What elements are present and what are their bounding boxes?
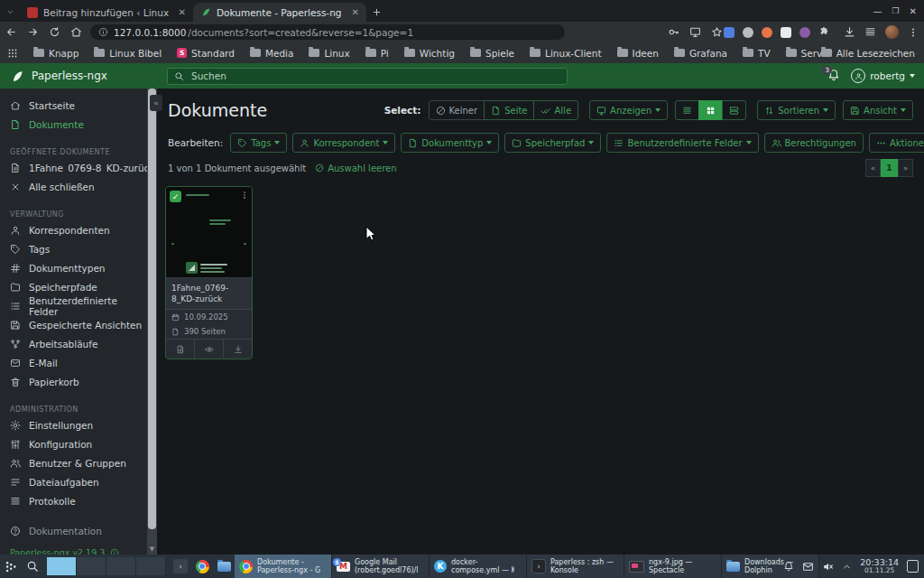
bookmark-folder[interactable]: Spiele <box>470 48 514 59</box>
bookmark-folder[interactable]: Linux <box>309 48 349 59</box>
password-key-icon[interactable] <box>668 26 679 38</box>
custom-fields-dropdown[interactable]: Benutzerdefinierte Felder <box>606 133 758 153</box>
home-icon[interactable] <box>65 23 87 42</box>
correspondent-dropdown[interactable]: Korrespondent <box>292 133 395 153</box>
tab-close-icon[interactable]: ✕ <box>352 7 359 17</box>
notifications-button[interactable]: 3 <box>827 69 840 83</box>
extension-icon-grey[interactable] <box>743 27 753 38</box>
bookmark-folder[interactable]: Linux Bibel <box>94 48 162 59</box>
browser-tab-paperless[interactable]: Dokumente - Paperless-ng ✕ <box>193 3 366 22</box>
close-icon[interactable]: ✕ <box>910 6 917 16</box>
sidebar-item-email[interactable]: E-Mail <box>0 353 147 372</box>
bookmark-folder[interactable]: Wichtig <box>404 48 455 59</box>
card-details-button[interactable] <box>166 340 194 359</box>
tab-search-icon[interactable] <box>0 2 20 22</box>
desktop-4[interactable] <box>136 557 166 575</box>
task-spectacle[interactable]: ngx-9.jpg —Spectacle <box>624 555 722 578</box>
browser-profile-avatar[interactable] <box>885 25 899 39</box>
desktop-3[interactable] <box>106 557 136 575</box>
browser-tab-wordpress[interactable]: Beitrag hinzufügen ‹ Linux ✕ <box>20 3 193 22</box>
scrollbar-down-arrow[interactable]: ▼ <box>147 545 157 553</box>
bookmark-folder[interactable]: Ideen <box>617 48 659 59</box>
scrollbar-thumb[interactable] <box>148 89 156 529</box>
sidebar-item-gespeicherte-ansichten[interactable]: Gespeicherte Ansichten <box>0 315 147 334</box>
task-konsole[interactable]: › Paperless : zsh —Konsole <box>527 555 624 578</box>
tags-dropdown[interactable]: Tags <box>230 133 287 153</box>
sidebar-item-close-all[interactable]: Alle schließen <box>0 177 147 196</box>
sidebar-item-benutzer-gruppen[interactable]: Benutzer & Gruppen <box>0 453 147 472</box>
new-tab-button[interactable] <box>366 2 386 22</box>
reading-list-icon[interactable] <box>864 26 876 38</box>
grid-view-toggle[interactable] <box>698 100 723 120</box>
bookmark-folder[interactable]: Grafana <box>674 48 727 59</box>
page-prev-button[interactable]: « <box>865 159 881 177</box>
bookmark-folder[interactable]: Linux-Client <box>530 48 601 59</box>
krunner-search-icon[interactable] <box>22 555 43 578</box>
bookmark-folder[interactable]: SStandard <box>177 48 235 59</box>
dolphin-launcher-icon[interactable] <box>213 555 235 578</box>
sort-dropdown[interactable]: Sortieren <box>757 100 836 120</box>
notifications-tray-icon[interactable] <box>783 561 794 572</box>
sidebar-item-korrespondenten[interactable]: Korrespondenten <box>0 220 147 239</box>
clear-selection-link[interactable]: Auswahl leeren <box>315 163 396 173</box>
sidebar-item-dateiaufgaben[interactable]: Dateiaufgaben <box>0 472 147 491</box>
extension-icon-doc[interactable] <box>781 27 791 38</box>
user-menu[interactable]: robertg <box>851 69 915 83</box>
card-view-toggle[interactable] <box>722 100 746 120</box>
sidebar-item-dokumentation[interactable]: Dokumentation <box>0 521 147 540</box>
display-fields-dropdown[interactable]: Anzeigen <box>589 100 668 120</box>
bookmark-folder[interactable]: Pi <box>365 48 389 59</box>
extension-icon-blue[interactable] <box>724 27 735 38</box>
views-dropdown[interactable]: Ansicht <box>843 100 913 120</box>
task-gmail[interactable]: MS Google Mail(robert.goedl76)/P... <box>332 555 430 578</box>
sidebar-item-startseite[interactable]: Startseite <box>0 96 147 115</box>
forward-icon[interactable] <box>22 23 43 42</box>
back-icon[interactable] <box>0 23 22 42</box>
sidebar-item-einstellungen[interactable]: Einstellungen <box>0 415 147 434</box>
all-bookmarks[interactable]: Alle Lesezeichen <box>821 42 915 63</box>
search-input[interactable] <box>189 70 560 82</box>
sidebar-item-speicherpfade[interactable]: Speicherpfade <box>0 277 147 296</box>
bookmark-star-icon[interactable] <box>711 26 723 38</box>
minimize-icon[interactable]: — <box>873 6 882 16</box>
downloads-icon[interactable] <box>844 26 855 38</box>
select-page-button[interactable]: Seite <box>484 100 534 120</box>
restore-icon[interactable]: ❐ <box>892 6 900 15</box>
sidebar-item-dokumente[interactable]: Dokumente <box>0 115 147 134</box>
sidebar-item-benutzerdefinierte-felder[interactable]: Benutzerdefinierte Felder <box>0 296 147 315</box>
desktop-1[interactable] <box>47 557 77 575</box>
storagepath-dropdown[interactable]: Speicherpfad <box>504 133 601 153</box>
global-search[interactable] <box>167 68 568 85</box>
mail-tray-icon[interactable] <box>802 561 814 573</box>
sidebar-item-arbeitsablaeufe[interactable]: Arbeitsabläufe <box>0 334 147 353</box>
card-title[interactable]: 1Fahne_0769-8_KD-zurück <box>166 278 252 310</box>
extensions-puzzle-icon[interactable] <box>818 26 830 38</box>
show-desktop-widget[interactable] <box>907 560 919 573</box>
card-menu-dots-icon[interactable] <box>240 191 249 200</box>
extension-icon-purple[interactable] <box>799 27 810 38</box>
sidebar-collapse-button[interactable]: « <box>150 95 162 111</box>
permissions-button[interactable]: Berechtigungen <box>764 133 864 153</box>
tray-expander-icon[interactable] <box>842 562 852 572</box>
cast-icon[interactable] <box>689 26 701 38</box>
doctype-dropdown[interactable]: Dokumenttyp <box>401 133 499 153</box>
menu-dots-icon[interactable] <box>908 27 919 38</box>
sidebar-scrollbar[interactable]: ▼ <box>147 89 157 555</box>
sidebar-item-tags[interactable]: Tags <box>0 239 147 258</box>
select-none-button[interactable]: Keiner <box>429 100 485 120</box>
card-checkbox[interactable]: ✓ <box>170 191 181 202</box>
select-all-button[interactable]: Alle <box>533 100 578 120</box>
reload-icon[interactable] <box>43 23 65 42</box>
app-brand[interactable]: Paperless-ngx <box>0 70 160 83</box>
chrome-launcher-icon[interactable] <box>191 555 213 578</box>
sidebar-item-protokolle[interactable]: Protokolle <box>0 491 147 510</box>
bookmark-folder[interactable]: TV <box>743 48 771 59</box>
card-preview-button[interactable] <box>194 340 223 359</box>
volume-muted-icon[interactable] <box>822 561 834 573</box>
document-card[interactable]: ✓ 1Fahne_0769-8_KD-zurück 10.09.2025 390… <box>165 186 253 359</box>
bookmark-folder[interactable]: Media <box>250 48 294 59</box>
sidebar-item-papierkorb[interactable]: Papierkorb <box>0 372 147 391</box>
sidebar-item-open-document[interactable]: 1Fahne_0769-8_KD-zurück <box>0 158 147 177</box>
page-next-button[interactable]: » <box>898 159 913 177</box>
apps-grid-icon[interactable] <box>7 48 18 59</box>
